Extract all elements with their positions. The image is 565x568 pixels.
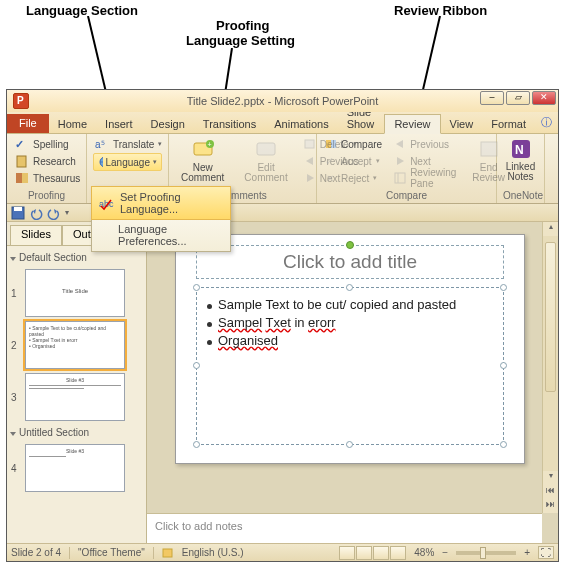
cmp-prev-button[interactable]: Previous — [392, 136, 458, 152]
svg-rect-15 — [257, 143, 275, 155]
accept-button[interactable]: ✓Accept▾ — [323, 153, 384, 169]
fit-to-window-button[interactable]: ⛶ — [538, 546, 554, 559]
scroll-thumb[interactable] — [545, 242, 556, 392]
tab-file[interactable]: File — [7, 114, 49, 133]
svg-text:✕: ✕ — [326, 173, 334, 184]
tab-transitions[interactable]: Transitions — [194, 115, 265, 133]
tab-review[interactable]: Review — [384, 114, 440, 134]
svg-rect-32 — [14, 207, 22, 211]
undo-icon[interactable] — [29, 206, 43, 220]
tab-slides-panel[interactable]: Slides — [10, 225, 62, 245]
zoom-thumb[interactable] — [480, 547, 486, 559]
reading-view-button[interactable] — [373, 546, 389, 560]
resize-handle[interactable] — [500, 284, 507, 291]
main-pane: Slides Outline × Default Section 1Title … — [7, 222, 558, 543]
tab-home[interactable]: Home — [49, 115, 96, 133]
vertical-scrollbar[interactable]: ▴ ▾ ⏮ ⏭ — [542, 222, 558, 513]
resize-handle[interactable] — [346, 441, 353, 448]
resize-handle[interactable] — [346, 284, 353, 291]
language-dropdown-menu: abc Set Proofing Language... Language Pr… — [91, 186, 231, 252]
svg-rect-8 — [16, 173, 22, 183]
svg-text:✓: ✓ — [15, 138, 24, 150]
reject-button[interactable]: ✕Reject▾ — [323, 170, 384, 186]
minimize-button[interactable]: – — [480, 91, 504, 105]
close-button[interactable]: ✕ — [532, 91, 556, 105]
menu-set-proofing-language[interactable]: abc Set Proofing Language... — [91, 186, 231, 220]
spelling-button[interactable]: ✓ Spelling — [13, 136, 80, 152]
language-button[interactable]: Language ▾ — [93, 153, 162, 171]
end-review-label: EndReview — [472, 163, 505, 183]
qat-chevron-icon[interactable]: ▾ — [65, 208, 69, 217]
end-review-button[interactable]: EndReview — [466, 136, 511, 186]
language-label: Language — [106, 157, 151, 168]
ribbon-help-icon[interactable]: ⓘ — [535, 112, 558, 133]
section-header[interactable]: Default Section — [11, 250, 142, 265]
delete-icon — [304, 138, 316, 150]
svg-rect-16 — [305, 140, 314, 148]
menu-language-preferences[interactable]: Language Preferences... — [92, 219, 230, 251]
resize-handle[interactable] — [193, 284, 200, 291]
notes-pane[interactable]: Click to add notes — [147, 513, 542, 543]
delete-comment-button[interactable]: Delete▾ — [302, 136, 361, 152]
title-placeholder[interactable]: Click to add title — [196, 245, 504, 279]
view-buttons — [339, 546, 406, 560]
zoom-out-button[interactable]: − — [442, 547, 448, 558]
svg-marker-18 — [307, 174, 314, 182]
research-button[interactable]: Research — [13, 153, 80, 169]
reject-label: Reject — [341, 173, 369, 184]
tab-view[interactable]: View — [441, 115, 483, 133]
resize-handle[interactable] — [193, 362, 200, 369]
redo-icon[interactable] — [47, 206, 61, 220]
save-icon[interactable] — [11, 206, 25, 220]
section-header-2[interactable]: Untitled Section — [11, 425, 142, 440]
resize-handle[interactable] — [193, 441, 200, 448]
zoom-slider[interactable] — [456, 551, 516, 555]
slide: Click to add title Sample Text to be cut… — [175, 234, 525, 464]
scroll-down-icon[interactable]: ▾ — [543, 471, 558, 485]
group-compare-label: Compare — [323, 189, 490, 203]
thumbnail-4[interactable]: 4Slide #3 — [11, 444, 142, 492]
resize-handle[interactable] — [500, 441, 507, 448]
scroll-up-icon[interactable]: ▴ — [543, 222, 558, 236]
proofing-check-icon: abc — [98, 195, 114, 211]
sorter-view-button[interactable] — [356, 546, 372, 560]
spellcheck-status-icon[interactable] — [162, 547, 174, 559]
thesaurus-button[interactable]: Thesaurus — [13, 170, 80, 186]
body-placeholder[interactable]: Sample Text to be cut/ copied and pasted… — [196, 287, 504, 445]
svg-text:abc: abc — [99, 199, 114, 209]
onenote-icon: N — [510, 138, 532, 160]
titlebar: Title Slide2.pptx - Microsoft PowerPoint… — [7, 90, 558, 112]
svg-marker-34 — [54, 209, 57, 214]
slideshow-view-button[interactable] — [390, 546, 406, 560]
svg-rect-35 — [163, 549, 172, 557]
tab-insert[interactable]: Insert — [96, 115, 142, 133]
cmp-prev-label: Previous — [410, 139, 449, 150]
next-slide-icon[interactable]: ⏭ — [543, 499, 558, 513]
edit-comment-button[interactable]: EditComment — [238, 136, 293, 186]
slide-canvas[interactable]: Click to add title Sample Text to be cut… — [147, 222, 558, 513]
new-comment-button[interactable]: + NewComment — [175, 136, 230, 186]
tab-design[interactable]: Design — [142, 115, 194, 133]
translate-button[interactable]: a⁵ Translate ▾ — [93, 136, 162, 152]
thumbnail-3[interactable]: 3Slide #3 — [11, 373, 142, 421]
thumbnail-2[interactable]: 2 • Sample Text to be cut/copied and pas… — [11, 321, 142, 369]
tab-format[interactable]: Format — [482, 115, 535, 133]
prev-slide-icon[interactable]: ⏮ — [543, 485, 558, 499]
ribbon: ✓ Spelling Research Thesaurus Proofing a… — [7, 134, 558, 204]
normal-view-button[interactable] — [339, 546, 355, 560]
reviewing-pane-button[interactable]: Reviewing Pane — [392, 170, 458, 186]
maximize-button[interactable]: ▱ — [506, 91, 530, 105]
tab-animations[interactable]: Animations — [265, 115, 337, 133]
zoom-in-button[interactable]: + — [524, 547, 530, 558]
thumbnail-1[interactable]: 1Title Slide — [11, 269, 142, 317]
resize-handle[interactable] — [500, 362, 507, 369]
rotate-handle[interactable] — [346, 241, 354, 249]
spelling-label: Spelling — [33, 139, 69, 150]
menu-prefs-label: Language Preferences... — [118, 223, 224, 247]
research-label: Research — [33, 156, 76, 167]
svg-marker-24 — [397, 157, 404, 165]
bullet-1-text: Sample Text to be cut/ copied and pasted — [218, 297, 456, 312]
spelling-icon: ✓ — [15, 137, 29, 151]
powerpoint-icon — [13, 93, 29, 109]
status-lang[interactable]: English (U.S.) — [182, 547, 244, 558]
